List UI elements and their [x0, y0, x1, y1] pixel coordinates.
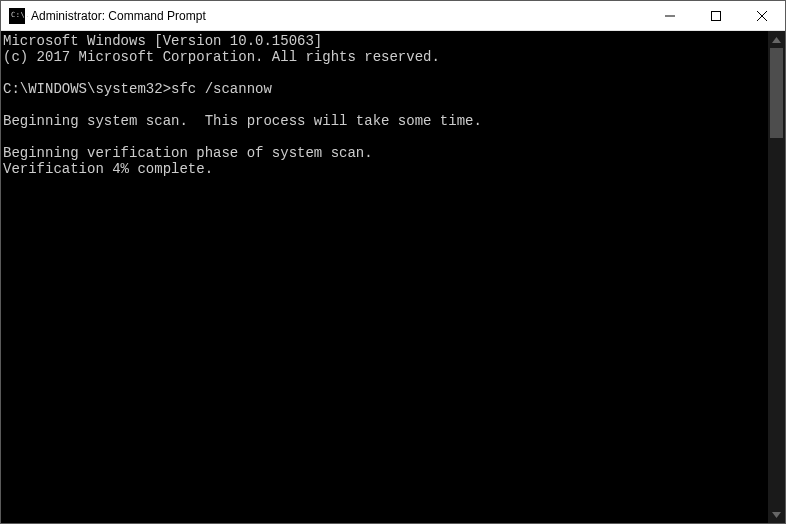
terminal-output[interactable]: Microsoft Windows [Version 10.0.15063] (…: [1, 31, 768, 523]
window-title: Administrator: Command Prompt: [31, 9, 206, 23]
svg-marker-5: [772, 512, 781, 518]
svg-marker-4: [772, 37, 781, 43]
app-icon: C:\.: [9, 8, 25, 24]
client-area: Microsoft Windows [Version 10.0.15063] (…: [1, 31, 785, 523]
maximize-button[interactable]: [693, 1, 739, 30]
output-line: Beginning verification phase of system s…: [3, 145, 373, 161]
window-controls: [647, 1, 785, 30]
command-prompt-window: C:\. Administrator: Command Prompt Micro…: [0, 0, 786, 524]
scroll-down-button[interactable]: [768, 506, 785, 523]
vertical-scrollbar[interactable]: [768, 31, 785, 523]
scrollbar-thumb[interactable]: [770, 48, 783, 138]
prompt-line: C:\WINDOWS\system32>sfc /scannow: [3, 81, 272, 97]
scroll-up-button[interactable]: [768, 31, 785, 48]
output-line: (c) 2017 Microsoft Corporation. All righ…: [3, 49, 440, 65]
titlebar[interactable]: C:\. Administrator: Command Prompt: [1, 1, 785, 31]
output-line: Verification 4% complete.: [3, 161, 213, 177]
svg-rect-1: [712, 11, 721, 20]
close-button[interactable]: [739, 1, 785, 30]
output-line: Beginning system scan. This process will…: [3, 113, 482, 129]
app-icon-text: C:\.: [11, 12, 30, 19]
minimize-button[interactable]: [647, 1, 693, 30]
output-line: Microsoft Windows [Version 10.0.15063]: [3, 33, 322, 49]
